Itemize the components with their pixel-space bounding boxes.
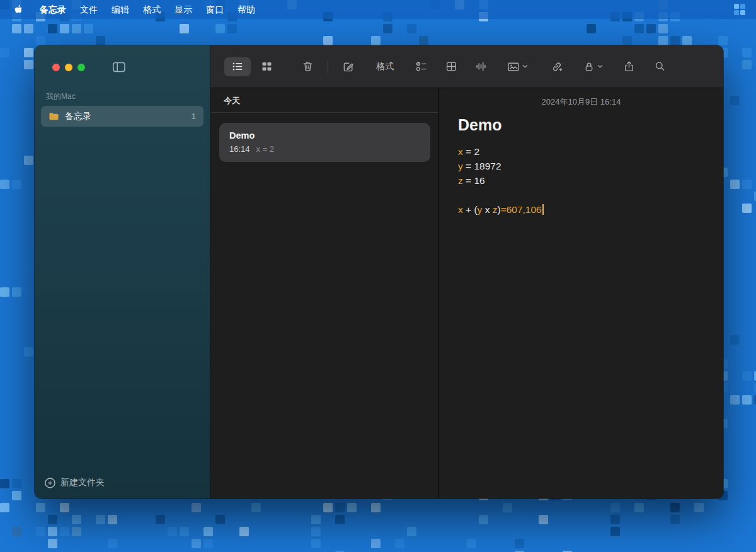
menu-bar: 备忘录 文件 编辑 格式 显示 窗口 帮助: [0, 0, 756, 19]
note-list-item-selected[interactable]: Demo 16:14 x = 2: [219, 123, 430, 162]
search-button[interactable]: [654, 60, 666, 72]
audio-record-button[interactable]: [475, 60, 487, 72]
menu-item-view[interactable]: 显示: [168, 0, 199, 19]
add-link-button[interactable]: [551, 60, 563, 73]
sidebar-toggle-button[interactable]: [113, 62, 125, 72]
note-date: 2024年10月9日 16:14: [458, 96, 704, 108]
table-button[interactable]: [445, 60, 457, 72]
toolbar-divider: [328, 60, 328, 74]
lock-button[interactable]: [583, 61, 603, 72]
close-button[interactable]: [52, 64, 60, 71]
note-title: Demo: [458, 116, 704, 134]
note-line: y = 18972: [458, 159, 704, 173]
expression-line: x + (y x z)=607,106: [458, 202, 704, 217]
link-plus-icon: [551, 60, 563, 73]
new-folder-button[interactable]: 新建文件夹: [45, 477, 105, 488]
sidebar-icon: [113, 62, 125, 72]
note-body: x = 2 y = 18972 z = 16 x + (y x z)=607,1…: [458, 144, 704, 217]
variable-z: z: [458, 175, 463, 186]
share-icon: [623, 60, 635, 72]
waveform-icon: [475, 60, 487, 72]
compose-note-button[interactable]: [342, 60, 355, 73]
notes-window: 我的Mac 备忘录 1 新建文件夹: [35, 45, 723, 498]
compose-icon: [342, 60, 355, 73]
menu-item-format[interactable]: 格式: [136, 0, 168, 19]
expression-result: =607,106: [501, 204, 542, 215]
gallery-view-icon: [261, 60, 273, 72]
blank-line: [458, 188, 704, 202]
checklist-button[interactable]: [415, 60, 428, 73]
note-editor[interactable]: 2024年10月9日 16:14 Demo x = 2 y = 18972 z …: [439, 88, 723, 498]
variable-x: x: [458, 146, 463, 157]
media-button[interactable]: [507, 60, 528, 73]
text-cursor: [542, 204, 544, 215]
menu-item-app[interactable]: 备忘录: [33, 0, 73, 19]
note-list-section-header: 今天: [210, 88, 438, 113]
folder-count-badge: 1: [192, 112, 196, 121]
new-folder-label: 新建文件夹: [60, 477, 105, 488]
menubar-grid-icon[interactable]: [733, 3, 746, 16]
note-list: 今天 Demo 16:14 x = 2: [210, 88, 439, 498]
menu-item-help[interactable]: 帮助: [231, 0, 262, 19]
window-controls: [35, 45, 210, 72]
photo-icon: [507, 60, 520, 73]
note-item-subtitle: 16:14 x = 2: [229, 144, 420, 154]
sidebar: 我的Mac 备忘录 1 新建文件夹: [35, 45, 210, 498]
share-button[interactable]: [623, 60, 635, 72]
apple-menu[interactable]: [10, 4, 26, 15]
table-icon: [445, 60, 457, 72]
zoom-button[interactable]: [77, 64, 85, 71]
folder-icon: [49, 111, 59, 122]
line-rest: = 2: [463, 146, 479, 157]
format-button[interactable]: 格式: [376, 61, 394, 72]
sidebar-item-notes-folder[interactable]: 备忘录 1: [41, 106, 203, 127]
main-area: 格式: [210, 45, 723, 498]
menu-item-window[interactable]: 窗口: [199, 0, 231, 19]
apple-logo-icon: [14, 4, 23, 15]
note-line: z = 16: [458, 173, 704, 188]
content-area: 今天 Demo 16:14 x = 2 2024年10月9日 16:14 Dem…: [210, 88, 723, 498]
search-icon: [654, 60, 666, 72]
expression-var: x: [458, 204, 463, 215]
line-rest: = 18972: [463, 161, 501, 171]
note-line: x = 2: [458, 144, 704, 159]
gallery-view-button[interactable]: [261, 60, 273, 72]
menu-item-file[interactable]: 文件: [73, 0, 105, 19]
menu-item-edit[interactable]: 编辑: [105, 0, 136, 19]
line-rest: = 16: [463, 175, 485, 186]
chevron-down-icon: [522, 64, 528, 69]
note-item-title: Demo: [229, 130, 420, 141]
note-item-time: 16:14: [229, 144, 250, 154]
chevron-down-icon: [597, 64, 603, 69]
list-view-button[interactable]: [224, 57, 251, 76]
folder-label: 备忘录: [65, 111, 91, 122]
sidebar-section-label: 我的Mac: [46, 91, 210, 102]
trash-icon: [302, 60, 314, 72]
expression-operator: x: [482, 204, 492, 215]
lock-icon: [583, 61, 595, 72]
list-view-icon: [232, 60, 244, 72]
minimize-button[interactable]: [65, 64, 72, 71]
toolbar: 格式: [210, 45, 723, 88]
checklist-icon: [415, 60, 428, 73]
variable-y: y: [458, 161, 463, 171]
delete-note-button[interactable]: [302, 60, 314, 72]
note-item-preview: x = 2: [256, 144, 275, 154]
plus-circle-icon: [45, 478, 55, 488]
expression-operator: + (: [463, 204, 478, 215]
